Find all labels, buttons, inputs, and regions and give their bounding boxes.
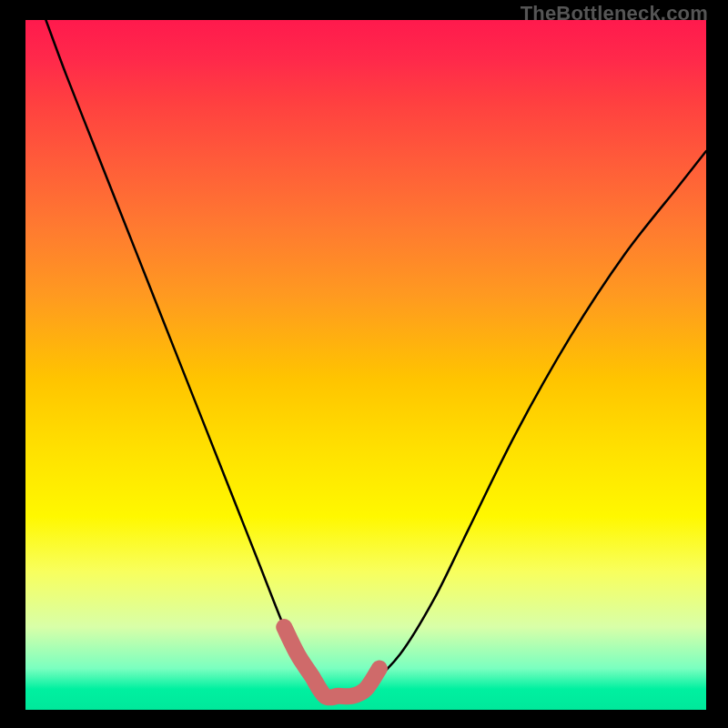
curves-svg [25, 20, 706, 710]
plot-area [25, 20, 706, 710]
chart-frame: TheBottleneck.com [0, 0, 728, 728]
optimal-range-highlight [284, 627, 379, 697]
bottleneck-curve [46, 20, 706, 697]
